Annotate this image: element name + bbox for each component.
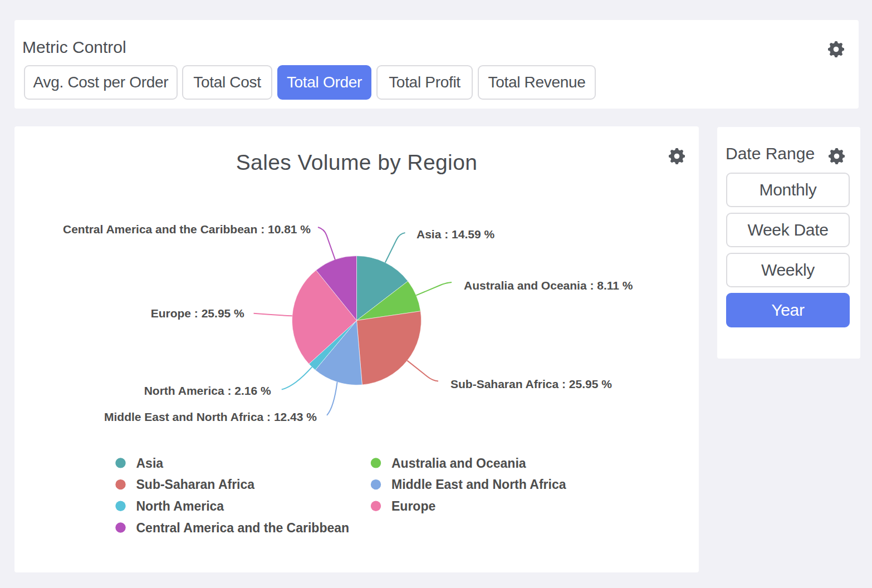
svg-text:Europe : 25.95 %: Europe : 25.95 % — [151, 307, 244, 320]
svg-text:Middle East and North Africa: Middle East and North Africa — [391, 477, 566, 492]
svg-text:Australia and Oceania : 8.11 %: Australia and Oceania : 8.11 % — [464, 279, 633, 292]
svg-text:Asia: Asia — [136, 456, 164, 471]
svg-text:Central America and the Caribb: Central America and the Caribbean : 10.8… — [63, 223, 311, 236]
svg-text:Middle East and North Africa :: Middle East and North Africa : 12.43 % — [104, 410, 317, 423]
svg-text:Central America and the Caribb: Central America and the Caribbean — [136, 521, 350, 535]
svg-text:North America: North America — [136, 499, 224, 513]
svg-text:Sub-Saharan Africa : 25.95 %: Sub-Saharan Africa : 25.95 % — [450, 378, 612, 390]
svg-text:Asia : 14.59 %: Asia : 14.59 % — [417, 228, 494, 241]
svg-text:North America : 2.16 %: North America : 2.16 % — [144, 384, 271, 397]
svg-text:Sub-Saharan Africa: Sub-Saharan Africa — [136, 477, 255, 492]
svg-text:Australia and Oceania: Australia and Oceania — [391, 456, 526, 471]
svg-text:Europe: Europe — [391, 499, 435, 513]
